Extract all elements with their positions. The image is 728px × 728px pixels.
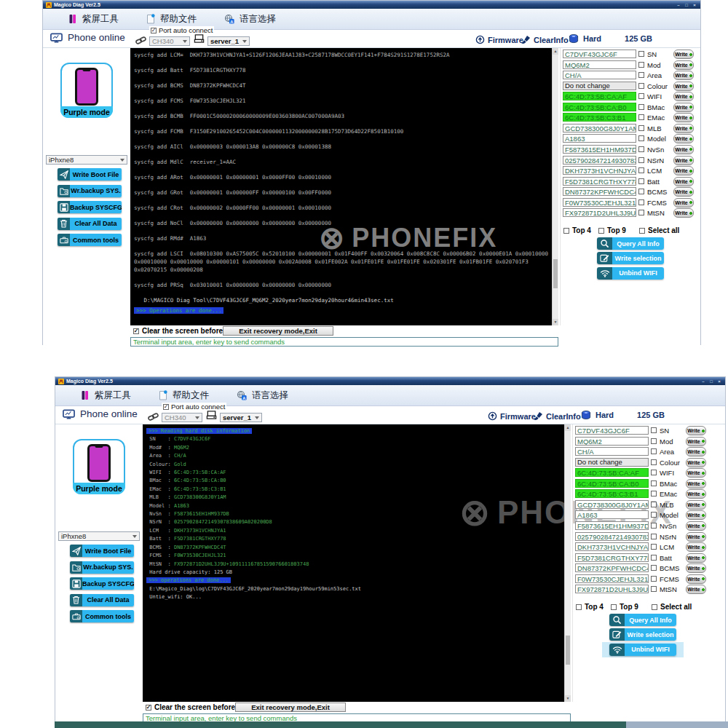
- terminal-scrollbar[interactable]: ▲▼: [552, 48, 558, 325]
- write-button-lcm[interactable]: Write: [673, 166, 694, 175]
- write-button-batt[interactable]: Write: [686, 553, 706, 563]
- field-checkbox-emac[interactable]: [651, 491, 657, 496]
- terminal-output[interactable]: >>> Reading hard disk information SN : C…: [143, 424, 564, 702]
- menu-item-1[interactable]: 帮助文件: [146, 13, 197, 25]
- write-button-nvsn[interactable]: Write: [686, 521, 706, 531]
- field-checkbox-bmac[interactable]: [638, 104, 644, 110]
- write-button-emac[interactable]: Write: [686, 489, 706, 499]
- write-button-bcms[interactable]: Write: [686, 563, 706, 573]
- sidebar-button-clear-all-data[interactable]: Clear All Data: [70, 594, 134, 606]
- port-auto-connect-toggle[interactable]: ✓Port auto connect: [149, 26, 214, 34]
- write-button-model[interactable]: Write: [686, 510, 706, 520]
- write-button-colour[interactable]: Write: [686, 458, 706, 467]
- exit-recovery-button[interactable]: Exit recovery mode,Exit diagnosis: [223, 326, 333, 336]
- field-checkbox-nsrn[interactable]: [638, 157, 644, 163]
- field-value-sn[interactable]: C7DVF43GJC6F: [575, 426, 649, 435]
- checkbox-top-4[interactable]: Top 4: [576, 603, 604, 611]
- port-auto-connect-toggle[interactable]: ✓Port auto connect: [162, 403, 226, 411]
- menu-item-1[interactable]: 帮助文件: [159, 389, 209, 402]
- scroll-down-icon[interactable]: ▼: [553, 319, 558, 325]
- sidebar-button-wr-backup-sys[interactable]: Wr.backup SYS.: [70, 561, 134, 574]
- device-select[interactable]: iPhxne8: [58, 531, 140, 541]
- maximize-icon[interactable]: □: [708, 379, 714, 384]
- scroll-up-icon[interactable]: ▲: [565, 424, 571, 431]
- clearinfo-button[interactable]: ClearInfo: [521, 35, 569, 45]
- field-value-fcms[interactable]: F0W73530CJEHJL321: [575, 574, 649, 583]
- field-checkbox-nvsn[interactable]: [651, 523, 657, 529]
- menu-item-0[interactable]: 紫屏工具: [68, 13, 119, 25]
- write-button-emac[interactable]: Write: [673, 113, 694, 122]
- close-icon[interactable]: ×: [716, 379, 722, 384]
- write-button-bmac[interactable]: Write: [673, 103, 694, 112]
- field-checkbox-lcm[interactable]: [638, 167, 644, 173]
- field-value-area[interactable]: CH/A: [563, 71, 636, 79]
- scroll-up-icon[interactable]: ▲: [553, 48, 558, 55]
- field-select-colour[interactable]: Do not change: [575, 458, 649, 467]
- write-button-nsrn[interactable]: Write: [686, 532, 706, 542]
- write-button-fcms[interactable]: Write: [686, 574, 706, 584]
- action-button-write-selection[interactable]: Write selection: [609, 628, 676, 641]
- sidebar-button-backup-syscfg[interactable]: Backup SYSCFG: [70, 577, 134, 590]
- field-checkbox-emac[interactable]: [638, 114, 644, 120]
- scrollbar-thumb[interactable]: [566, 636, 570, 665]
- field-value-mlb[interactable]: GCD738300G8J0Y1AM: [563, 124, 636, 132]
- field-checkbox-fcms[interactable]: [651, 576, 657, 582]
- field-checkbox-fcms[interactable]: [638, 199, 644, 205]
- field-value-nvsn[interactable]: F5873615EH1HM937DB: [575, 521, 649, 530]
- clearinfo-button[interactable]: ClearInfo: [533, 411, 581, 422]
- checkbox-top-9[interactable]: Top 9: [598, 226, 626, 234]
- field-checkbox-mtsn[interactable]: [638, 210, 644, 215]
- field-checkbox-batt[interactable]: [638, 178, 644, 184]
- write-button-mtsn[interactable]: Write: [686, 585, 706, 594]
- sidebar-button-backup-syscfg[interactable]: Backup SYSCFG: [58, 201, 122, 213]
- port-auto-connect-checkbox[interactable]: ✓: [151, 28, 157, 33]
- purple-mode-card[interactable]: Purple mode: [60, 63, 113, 118]
- field-value-model[interactable]: A1863: [563, 134, 636, 143]
- firmware-button[interactable]: Firmware: [475, 35, 523, 44]
- field-value-mod[interactable]: MQ6M2: [575, 437, 649, 446]
- field-value-area[interactable]: CH/A: [575, 447, 649, 456]
- field-checkbox-lcm[interactable]: [651, 544, 657, 550]
- field-value-bcms[interactable]: DN87372KPFWHCDC4T: [575, 563, 649, 572]
- field-value-model[interactable]: A1863: [575, 510, 649, 519]
- field-value-sn[interactable]: C7DVF43GJC6F: [563, 50, 636, 58]
- checkbox-box-select-all[interactable]: [639, 228, 645, 234]
- field-value-wifi[interactable]: 6C:4D:73:5B:CA:AF: [563, 92, 636, 100]
- port-auto-connect-checkbox[interactable]: ✓: [163, 404, 169, 410]
- checkbox-top-4[interactable]: Top 4: [563, 226, 591, 234]
- field-checkbox-mlb[interactable]: [651, 502, 657, 507]
- write-button-sn[interactable]: Write: [686, 426, 706, 435]
- minimize-icon[interactable]: –: [700, 379, 706, 384]
- write-button-area[interactable]: Write: [686, 447, 706, 456]
- sidebar-button-clear-all-data[interactable]: Clear All Data: [58, 218, 122, 230]
- device-select[interactable]: iPhxne8: [46, 155, 127, 165]
- write-button-model[interactable]: Write: [673, 134, 694, 143]
- port-select[interactable]: CH340: [149, 36, 190, 46]
- checkbox-select-all[interactable]: Select all: [652, 603, 692, 611]
- firmware-button[interactable]: Firmware: [488, 411, 536, 421]
- checkbox-box-top-4[interactable]: [563, 228, 569, 234]
- write-button-area[interactable]: Write: [673, 71, 694, 80]
- field-checkbox-wifi[interactable]: [651, 470, 657, 475]
- menu-item-2[interactable]: A语言选择: [237, 389, 288, 402]
- write-button-nsrn[interactable]: Write: [673, 156, 694, 165]
- sidebar-button-write-boot-file[interactable]: Write Boot File: [58, 168, 122, 181]
- server-select[interactable]: server_1: [207, 36, 250, 46]
- write-button-fcms[interactable]: Write: [673, 198, 694, 207]
- field-checkbox-bmac[interactable]: [651, 480, 657, 486]
- write-button-mlb[interactable]: Write: [673, 124, 694, 133]
- field-value-lcm[interactable]: DKH7373H1VCHNJYA1: [575, 542, 649, 551]
- close-icon[interactable]: ×: [692, 2, 697, 8]
- field-checkbox-area[interactable]: [651, 448, 657, 454]
- action-button-query-all-info[interactable]: Query All Info: [609, 614, 676, 626]
- field-checkbox-model[interactable]: [651, 512, 657, 518]
- action-button-unbind-wifi[interactable]: Unbind WIFI: [609, 644, 676, 656]
- field-value-mlb[interactable]: GCD738300G8J0Y1AM: [575, 500, 649, 509]
- field-checkbox-nvsn[interactable]: [638, 146, 644, 152]
- write-button-sn[interactable]: Write: [673, 50, 694, 59]
- checkbox-box-top-9[interactable]: [611, 604, 617, 610]
- write-button-wifi[interactable]: Write: [673, 92, 694, 101]
- action-button-unbind-wifi[interactable]: Unbind WIFI: [597, 267, 664, 280]
- write-button-bcms[interactable]: Write: [673, 187, 694, 197]
- field-value-nsrn[interactable]: 02579028472149307838609A020200D8: [575, 532, 649, 541]
